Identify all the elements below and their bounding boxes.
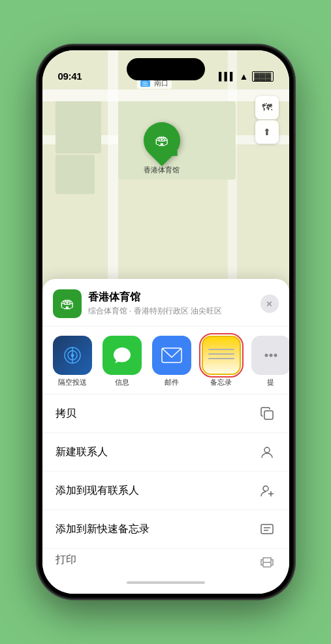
pin-label: 香港体育馆 (144, 165, 180, 175)
battery-icon: ▓▓▓ (252, 71, 273, 82)
action-add-quick-note[interactable]: 添加到新快速备忘录 (42, 510, 289, 549)
app-item-messages[interactable]: 信息 (102, 336, 142, 387)
phone-frame: 09:41 ▌▌▌ ▲ ▓▓▓ 出 南口 🗺 ⬆ (39, 46, 293, 598)
venue-icon: 🏟 (53, 289, 82, 318)
sheet-header: 🏟 香港体育馆 综合体育馆 · 香港特别行政区 油尖旺区 ✕ (42, 279, 289, 327)
home-indicator (42, 572, 289, 594)
status-icons: ▌▌▌ ▲ ▓▓▓ (219, 71, 274, 82)
app-item-notes[interactable]: 备忘录 (202, 336, 241, 387)
new-contact-label: 新建联系人 (55, 445, 108, 459)
print-label: 打印 (55, 553, 76, 567)
svg-rect-13 (261, 524, 273, 534)
status-time: 09:41 (58, 71, 82, 82)
messages-label: 信息 (115, 378, 129, 387)
map-block3 (55, 155, 95, 194)
print-icon (258, 551, 276, 570)
notes-label: 备忘录 (210, 378, 232, 387)
mail-label: 邮件 (165, 378, 179, 387)
app-item-mail[interactable]: 邮件 (152, 336, 191, 387)
home-bar (127, 581, 205, 584)
pin-circle: 🏟 (136, 114, 187, 166)
stadium-icon: 🏟 (155, 132, 169, 149)
svg-point-6 (269, 354, 272, 357)
svg-rect-16 (263, 562, 271, 567)
map-controls: 🗺 ⬆ (255, 96, 279, 144)
airdrop-icon (53, 336, 92, 375)
map-view-button[interactable]: 🗺 (255, 96, 279, 120)
copy-label: 拷贝 (55, 407, 76, 421)
bottom-sheet: 🏟 香港体育馆 综合体育馆 · 香港特别行政区 油尖旺区 ✕ (42, 279, 289, 594)
quick-note-label: 添加到新快速备忘录 (55, 523, 150, 536)
airdrop-label: 隔空投送 (58, 378, 87, 387)
notes-icon (202, 336, 241, 375)
mail-icon (152, 336, 191, 375)
notes-lines (208, 349, 234, 359)
svg-point-7 (274, 354, 277, 357)
apps-scroll: 隔空投送 信息 (42, 327, 289, 394)
stadium-pin[interactable]: 🏟 香港体育馆 (144, 122, 180, 175)
quick-note-icon (258, 520, 276, 538)
svg-point-10 (263, 486, 268, 491)
venue-info: 香港体育馆 综合体育馆 · 香港特别行政区 油尖旺区 (88, 291, 254, 317)
copy-icon (258, 404, 276, 423)
venue-name: 香港体育馆 (88, 291, 254, 304)
svg-point-5 (264, 354, 268, 357)
venue-desc: 综合体育馆 · 香港特别行政区 油尖旺区 (88, 306, 254, 317)
action-list: 拷贝 新建联系人 (42, 394, 289, 572)
new-contact-icon (258, 443, 276, 461)
wifi-icon: ▲ (239, 71, 248, 82)
more-label: 提 (267, 378, 274, 387)
action-new-contact[interactable]: 新建联系人 (42, 433, 289, 472)
map-block2 (55, 101, 101, 153)
app-item-airdrop[interactable]: 隔空投送 (53, 336, 92, 387)
map-road-h (42, 89, 289, 101)
signal-icon: ▌▌▌ (219, 72, 236, 81)
action-add-existing-contact[interactable]: 添加到现有联系人 (42, 472, 289, 510)
action-print[interactable]: 打印 (42, 549, 289, 572)
svg-point-9 (264, 447, 270, 453)
more-icon (251, 336, 289, 375)
add-existing-icon (258, 481, 276, 500)
action-copy[interactable]: 拷贝 (42, 394, 289, 433)
location-button[interactable]: ⬆ (255, 120, 279, 144)
phone-screen: 09:41 ▌▌▌ ▲ ▓▓▓ 出 南口 🗺 ⬆ (42, 50, 289, 594)
app-item-more[interactable]: 提 (251, 336, 289, 387)
dynamic-island (127, 58, 205, 80)
svg-rect-8 (264, 411, 273, 419)
messages-icon (102, 336, 142, 375)
add-existing-label: 添加到现有联系人 (55, 484, 139, 498)
close-button[interactable]: ✕ (260, 295, 279, 313)
